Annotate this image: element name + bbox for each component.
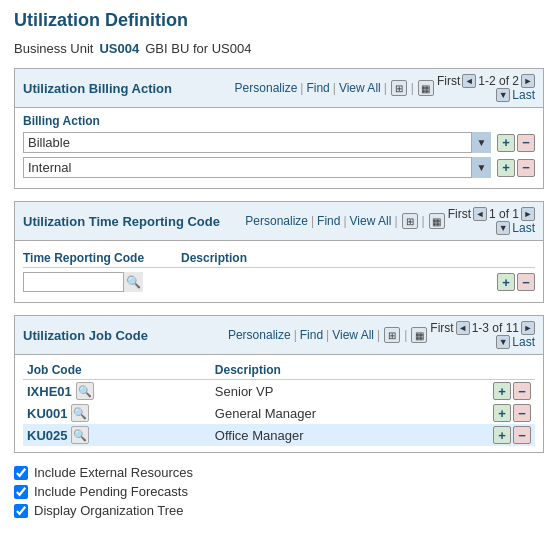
- time-col-code: Time Reporting Code: [23, 251, 173, 265]
- billing-down-arrow[interactable]: ▼: [496, 88, 510, 102]
- job-search-btn-3[interactable]: 🔍: [71, 426, 89, 444]
- time-reporting-section: Utilization Time Reporting Code Personal…: [14, 201, 544, 303]
- time-nav-of: 1 of 1: [489, 207, 519, 221]
- billing-action-title: Utilization Billing Action: [23, 81, 172, 96]
- time-remove-btn[interactable]: −: [517, 273, 535, 291]
- time-grid-icon[interactable]: ▦: [429, 213, 445, 229]
- time-add-btn[interactable]: +: [497, 273, 515, 291]
- job-code-header: Utilization Job Code Personalize | Find …: [15, 316, 543, 355]
- job-code-section: Utilization Job Code Personalize | Find …: [14, 315, 544, 453]
- billing-remove-btn-2[interactable]: −: [517, 159, 535, 177]
- time-grid-header: Time Reporting Code Description: [23, 247, 535, 268]
- billing-find-link[interactable]: Find: [306, 81, 329, 95]
- time-col-desc: Description: [181, 251, 247, 265]
- job-remove-btn-1[interactable]: −: [513, 382, 531, 400]
- billing-select-1[interactable]: Billable Internal Non-Billable: [23, 132, 491, 153]
- job-add-btn-1[interactable]: +: [493, 382, 511, 400]
- checkbox-row-1: Include External Resources: [14, 465, 544, 480]
- job-row-3-desc: Office Manager: [211, 424, 485, 446]
- time-code-input-wrap: 🔍: [23, 272, 143, 292]
- job-prev-arrow[interactable]: ◄: [456, 321, 470, 335]
- billing-select-2[interactable]: Billable Internal Non-Billable: [23, 157, 491, 178]
- job-code-controls: Personalize | Find | View All | ⊞ | ▦ Fi…: [228, 321, 535, 349]
- time-find-link[interactable]: Find: [317, 214, 340, 228]
- job-code-link-3[interactable]: KU025: [27, 428, 67, 443]
- billing-grid-icon[interactable]: ▦: [418, 80, 434, 96]
- job-remove-btn-2[interactable]: −: [513, 404, 531, 422]
- time-search-btn[interactable]: 🔍: [123, 272, 143, 292]
- job-grid-icon[interactable]: ▦: [411, 327, 427, 343]
- billing-action-section: Utilization Billing Action Personalize |…: [14, 68, 544, 189]
- page-title: Utilization Definition: [14, 10, 544, 31]
- bu-description: GBI BU for US004: [145, 41, 251, 56]
- job-search-btn-1[interactable]: 🔍: [76, 382, 94, 400]
- billing-remove-btn-1[interactable]: −: [517, 134, 535, 152]
- time-expand-icon[interactable]: ⊞: [402, 213, 418, 229]
- include-external-checkbox[interactable]: [14, 466, 28, 480]
- job-first-label: First: [430, 321, 453, 335]
- job-row-2-code-cell: KU001 🔍: [23, 402, 211, 424]
- job-row-1-btns: + −: [485, 380, 535, 403]
- billing-nav-of: 1-2 of 2: [478, 74, 519, 88]
- billing-action-header: Utilization Billing Action Personalize |…: [15, 69, 543, 108]
- time-reporting-title: Utilization Time Reporting Code: [23, 214, 220, 229]
- billing-last-link[interactable]: Last: [512, 88, 535, 102]
- time-personalize-link[interactable]: Personalize: [245, 214, 308, 228]
- include-pending-label: Include Pending Forecasts: [34, 484, 188, 499]
- time-reporting-controls: Personalize | Find | View All | ⊞ | ▦ Fi…: [245, 207, 535, 235]
- billing-first-label: First: [437, 74, 460, 88]
- job-col-code: Job Code: [23, 361, 211, 380]
- job-viewall-link[interactable]: View All: [332, 328, 374, 342]
- job-add-btn-3[interactable]: +: [493, 426, 511, 444]
- job-row-3-code-cell: KU025 🔍: [23, 424, 211, 446]
- bu-label: Business Unit: [14, 41, 93, 56]
- job-code-title: Utilization Job Code: [23, 328, 148, 343]
- job-code-link-2[interactable]: KU001: [27, 406, 67, 421]
- time-prev-arrow[interactable]: ◄: [473, 207, 487, 221]
- job-next-arrow[interactable]: ►: [521, 321, 535, 335]
- time-next-arrow[interactable]: ►: [521, 207, 535, 221]
- display-org-label: Display Organization Tree: [34, 503, 184, 518]
- checkbox-row-3: Display Organization Tree: [14, 503, 544, 518]
- billing-select-1-wrap: Billable Internal Non-Billable ▼: [23, 132, 491, 153]
- time-reporting-header: Utilization Time Reporting Code Personal…: [15, 202, 543, 241]
- job-last-link[interactable]: Last: [512, 335, 535, 349]
- display-org-checkbox[interactable]: [14, 504, 28, 518]
- checkbox-row-2: Include Pending Forecasts: [14, 484, 544, 499]
- job-row-1-desc: Senior VP: [211, 380, 485, 403]
- checkbox-section: Include External Resources Include Pendi…: [14, 465, 544, 518]
- time-first-label: First: [448, 207, 471, 221]
- time-row-1: 🔍 + −: [23, 272, 535, 292]
- business-unit-row: Business Unit US004 GBI BU for US004: [14, 41, 544, 56]
- job-add-btn-2[interactable]: +: [493, 404, 511, 422]
- billing-next-arrow[interactable]: ►: [521, 74, 535, 88]
- billing-add-btn-1[interactable]: +: [497, 134, 515, 152]
- job-row-1-code-cell: IXHE01 🔍: [23, 380, 211, 403]
- time-last-link[interactable]: Last: [512, 221, 535, 235]
- job-code-link-1[interactable]: IXHE01: [27, 384, 72, 399]
- bu-code: US004: [99, 41, 139, 56]
- job-remove-btn-3[interactable]: −: [513, 426, 531, 444]
- job-find-link[interactable]: Find: [300, 328, 323, 342]
- job-nav-of: 1-3 of 11: [472, 321, 519, 335]
- time-viewall-link[interactable]: View All: [350, 214, 392, 228]
- job-search-btn-2[interactable]: 🔍: [71, 404, 89, 422]
- billing-viewall-link[interactable]: View All: [339, 81, 381, 95]
- billing-add-btn-2[interactable]: +: [497, 159, 515, 177]
- include-pending-checkbox[interactable]: [14, 485, 28, 499]
- job-row-1: IXHE01 🔍 Senior VP + −: [23, 380, 535, 403]
- billing-expand-icon[interactable]: ⊞: [391, 80, 407, 96]
- job-col-actions: [485, 361, 535, 380]
- job-row-3: KU025 🔍 Office Manager + −: [23, 424, 535, 446]
- job-down-arrow[interactable]: ▼: [496, 335, 510, 349]
- job-col-desc: Description: [211, 361, 485, 380]
- job-expand-icon[interactable]: ⊞: [384, 327, 400, 343]
- job-row-2-desc: General Manager: [211, 402, 485, 424]
- billing-prev-arrow[interactable]: ◄: [462, 74, 476, 88]
- billing-personalize-link[interactable]: Personalize: [235, 81, 298, 95]
- job-code-body: Job Code Description IXHE01 🔍 Seni: [15, 355, 543, 452]
- billing-action-body: Billing Action Billable Internal Non-Bil…: [15, 108, 543, 188]
- time-down-arrow[interactable]: ▼: [496, 221, 510, 235]
- job-table-header-row: Job Code Description: [23, 361, 535, 380]
- job-personalize-link[interactable]: Personalize: [228, 328, 291, 342]
